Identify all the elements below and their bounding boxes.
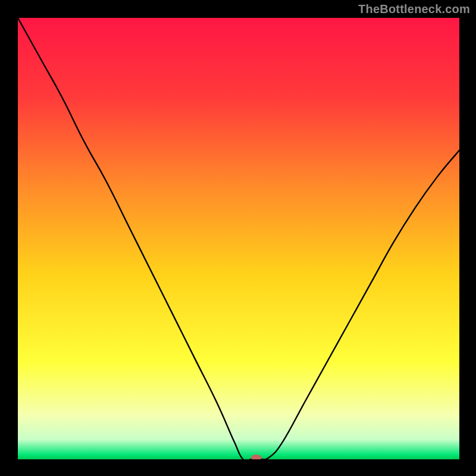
chart-frame: TheBottleneck.com [0,0,476,476]
gradient-background [18,18,459,459]
watermark-text: TheBottleneck.com [358,2,470,16]
bottleneck-chart [18,18,459,459]
plot-area [18,18,459,459]
